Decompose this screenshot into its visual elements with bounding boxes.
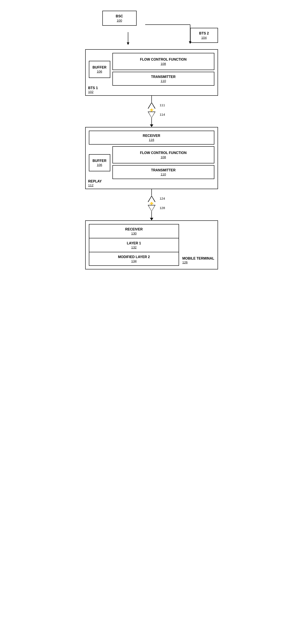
replay-flowcontrol-label: FLOW CONTROL FUNCTION: [140, 151, 186, 155]
bts1-flowcontrol-label: FLOW CONTROL FUNCTION: [140, 58, 186, 62]
bts1-outer: BUFFER 106 FLOW CONTROL FUNCTION 108 TRA…: [85, 49, 218, 96]
bsc-label: BSC: [116, 14, 123, 19]
bts1-buffer-num: 106: [97, 70, 102, 73]
mobile-layer1-num: 132: [131, 246, 136, 249]
replay-receiver-box: RECEIVER 116: [89, 131, 214, 144]
line-antenna1-replay: [152, 118, 152, 124]
bsc-num: 100: [117, 19, 122, 22]
mobile-terminal-outer-label: MOBILE TERMINAL: [182, 256, 214, 260]
mobile-layer2-label: MODIFIED LAYER 2: [118, 255, 150, 259]
replay-transmitter-box: TRANSMITTER 110: [112, 165, 214, 179]
bts1-buffer-label: BUFFER: [92, 65, 106, 70]
bts1-flowcontrol-num: 108: [160, 62, 166, 66]
line-bts1-antenna1: [152, 96, 152, 102]
diagram: BSC 100 BTS 2 104 BUFFER: [77, 4, 226, 276]
mobile-receiver-num: 130: [131, 232, 136, 235]
mobile-layer2-num: 134: [131, 259, 136, 263]
replay-transmitter-label: TRANSMITTER: [151, 168, 176, 172]
mobile-receiver-label: RECEIVER: [125, 227, 142, 232]
antenna-section-1: 111 ⚡ 114: [77, 96, 226, 127]
arrow-down-1: [150, 124, 153, 127]
antenna-down-triangle-1: [148, 112, 156, 118]
line-replay-antenna2: [152, 189, 152, 196]
mobile-terminal-outer: RECEIVER 130 LAYER 1 132 MODIFIED LAYER …: [85, 220, 218, 270]
antenna2-up-num: 124: [160, 196, 165, 200]
antenna-up-triangle-2: [148, 196, 156, 202]
replay-flowcontrol-box: FLOW CONTROL FUNCTION 108: [112, 146, 214, 164]
mobile-receiver-box: RECEIVER 130: [89, 224, 179, 238]
mobile-terminal-outer-num: 126: [182, 260, 214, 264]
bts2-box: BTS 2 104: [190, 28, 218, 43]
replay-buffer-label: BUFFER: [92, 159, 106, 163]
bts1-flowcontrol-box: FLOW CONTROL FUNCTION 108: [112, 53, 214, 70]
bts1-transmitter-label: TRANSMITTER: [151, 75, 176, 79]
antenna1-down-num: 114: [160, 113, 165, 116]
line-antenna2-mobile: [152, 212, 152, 218]
bsc-box: BSC 100: [102, 11, 136, 26]
replay-transmitter-num: 110: [160, 172, 166, 176]
bts1-buffer-box: BUFFER 106: [89, 61, 110, 78]
replay-outer-label: REPLAY 112: [88, 180, 102, 187]
antenna-down-triangle-2: [148, 205, 156, 212]
antenna2-down-num: 128: [160, 206, 165, 210]
replay-receiver-label: RECEIVER: [143, 134, 160, 138]
replay-receiver-num: 116: [149, 138, 154, 142]
arrow-down-2: [150, 218, 153, 220]
bts2-label: BTS 2: [199, 31, 209, 36]
mobile-layer2-box: MODIFIED LAYER 2 134: [89, 252, 179, 266]
replay-buffer-num: 106: [97, 163, 102, 166]
mobile-terminal-label-area: MOBILE TERMINAL 126: [179, 224, 214, 266]
antenna-section-2: 124 ⚡ 128: [77, 189, 226, 220]
replay-buffer-box: BUFFER 106: [89, 154, 110, 171]
mobile-layer1-label: LAYER 1: [127, 241, 141, 246]
bts1-transmitter-num: 110: [160, 79, 166, 83]
mobile-layer1-box: LAYER 1 132: [89, 238, 179, 252]
bts1-outer-label: BTS 1 102: [88, 86, 98, 94]
antenna-up-triangle-1: [148, 102, 156, 108]
bts2-num: 104: [201, 36, 207, 40]
replay-flowcontrol-num: 108: [160, 155, 166, 159]
antenna1-up-num: 111: [160, 103, 165, 107]
replay-outer: RECEIVER 116 BUFFER 106 FLOW CONTROL FUN…: [85, 127, 218, 189]
bts1-transmitter-box: TRANSMITTER 110: [112, 72, 214, 86]
